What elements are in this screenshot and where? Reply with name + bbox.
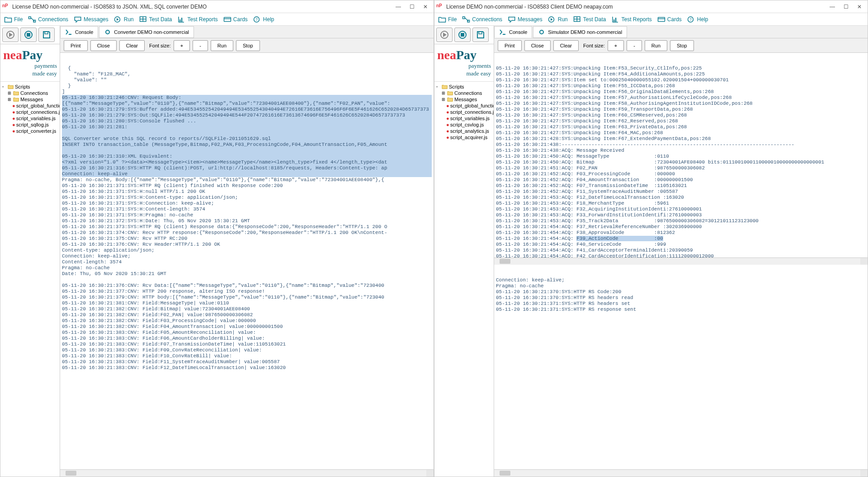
- svg-point-39: [540, 30, 543, 34]
- gear-icon: [538, 29, 545, 35]
- app-icon: nP: [436, 3, 443, 10]
- font-plus-button[interactable]: +: [174, 40, 190, 51]
- svg-rect-30: [615, 18, 616, 22]
- svg-rect-17: [27, 33, 30, 37]
- close-console-button[interactable]: Close: [90, 40, 117, 51]
- tree-file[interactable]: ●script_acquirer.js: [436, 134, 492, 140]
- menu-cards[interactable]: Cards: [223, 16, 248, 23]
- run-button[interactable]: Run: [645, 40, 667, 51]
- menu-testreports[interactable]: Test Reports: [177, 16, 217, 23]
- font-minus-button[interactable]: -: [627, 40, 642, 51]
- play-button[interactable]: [2, 28, 19, 42]
- menu-messages[interactable]: Messages: [74, 16, 108, 23]
- tree-folder[interactable]: ⊞Connections: [2, 90, 58, 96]
- tabbar-left: Console Converter DEMO non-commercial: [60, 26, 434, 38]
- stop-button[interactable]: [454, 28, 471, 42]
- console-icon: [65, 29, 72, 35]
- tree-file[interactable]: ●script_converter.js: [2, 128, 58, 134]
- logo: neaPay payments made easy: [0, 44, 60, 82]
- scrollbar[interactable]: [494, 257, 868, 265]
- tree-folder[interactable]: ⊞Messages: [2, 96, 58, 103]
- tree-root[interactable]: ▫Scripts: [2, 84, 58, 90]
- tree-left[interactable]: ▫Scripts ⊞Connections ⊞Messages ●script_…: [0, 82, 60, 477]
- maximize-button[interactable]: ☐: [409, 4, 415, 9]
- menu-help[interactable]: ?Help: [687, 16, 708, 23]
- right-window: nP License DEMO non-commercial - ISO8583…: [434, 0, 868, 477]
- chart-icon: [177, 16, 185, 23]
- font-plus-button[interactable]: +: [608, 40, 624, 51]
- chart-icon: [611, 16, 619, 23]
- scrollbar[interactable]: [60, 469, 434, 477]
- clear-button[interactable]: Clear: [119, 40, 145, 51]
- print-button[interactable]: Print: [64, 40, 88, 51]
- tree-file[interactable]: ●script_connections.js: [436, 109, 492, 115]
- close-console-button[interactable]: Close: [524, 40, 551, 51]
- stop-cons-button[interactable]: Stop: [670, 40, 694, 51]
- folder-icon: [8, 84, 14, 89]
- close-button[interactable]: ✕: [857, 4, 862, 9]
- svg-rect-37: [461, 33, 464, 37]
- connections-icon: [462, 16, 470, 23]
- tree-file[interactable]: ●script_sqllog.js: [2, 122, 58, 128]
- menu-file[interactable]: File: [438, 16, 457, 23]
- print-button[interactable]: Print: [498, 40, 522, 51]
- menu-run[interactable]: Run: [114, 16, 134, 23]
- console-right-top[interactable]: 05-11-20 16:30:21:427:SYS:Unpacking Item…: [494, 53, 868, 257]
- menu-file[interactable]: File: [4, 16, 23, 23]
- svg-rect-11: [224, 17, 231, 21]
- tab-console[interactable]: Console: [494, 26, 532, 38]
- card-icon: [657, 16, 665, 23]
- tree-file[interactable]: ●script_variables.js: [436, 115, 492, 122]
- tree-root[interactable]: ▫Scripts: [436, 84, 492, 90]
- menu-cards[interactable]: Cards: [657, 16, 682, 23]
- tree-file[interactable]: ●script_variables.js: [2, 115, 58, 122]
- help-icon: ?: [687, 16, 695, 23]
- window-title: License DEMO non-commercial - ISO8583 to…: [12, 4, 396, 10]
- minimize-button[interactable]: —: [830, 4, 835, 9]
- svg-rect-20: [463, 17, 465, 19]
- svg-text:?: ?: [689, 18, 692, 22]
- card-icon: [223, 16, 231, 23]
- tree-file[interactable]: ●script_global_functions.js: [436, 103, 492, 109]
- scrollbar[interactable]: [494, 469, 868, 477]
- help-icon: ?: [253, 16, 261, 23]
- menu-messages[interactable]: Messages: [508, 16, 542, 23]
- svg-line-2: [31, 18, 34, 21]
- stop-cons-button[interactable]: Stop: [236, 40, 260, 51]
- tab-converter[interactable]: Converter DEMO non-commercial: [99, 26, 194, 38]
- menu-testreports[interactable]: Test Reports: [611, 16, 651, 23]
- minimize-button[interactable]: —: [396, 4, 401, 9]
- tab-console[interactable]: Console: [60, 26, 98, 38]
- maximize-button[interactable]: ☐: [843, 4, 849, 9]
- menubar: File Connections Messages Run Test Data …: [434, 13, 868, 26]
- tree-file[interactable]: ●script_csvlog.js: [436, 122, 492, 128]
- tree-file[interactable]: ●script_global_functions.js: [2, 103, 58, 109]
- console-left[interactable]: { "name": "F128_MAC", "value": "" }]05-1…: [60, 53, 434, 469]
- menu-connections[interactable]: Connections: [28, 16, 68, 23]
- fontsize-label: Font size:: [149, 43, 171, 48]
- folder-icon: [4, 16, 12, 23]
- menu-help[interactable]: ?Help: [253, 16, 274, 23]
- run-button[interactable]: Run: [211, 40, 233, 51]
- menu-testdata[interactable]: Test Data: [573, 16, 606, 23]
- menu-testdata[interactable]: Test Data: [139, 16, 172, 23]
- play-button[interactable]: [436, 28, 453, 42]
- menu-connections[interactable]: Connections: [462, 16, 502, 23]
- tree-folder[interactable]: ⊞Messages: [436, 96, 492, 103]
- menu-run[interactable]: Run: [548, 16, 568, 23]
- fontsize-label: Font size:: [583, 43, 605, 48]
- tree-file[interactable]: ●script_analytics.js: [436, 128, 492, 134]
- clear-button[interactable]: Clear: [553, 40, 579, 51]
- svg-rect-10: [181, 18, 182, 22]
- save-button[interactable]: [38, 28, 55, 42]
- close-button[interactable]: ✕: [423, 4, 428, 9]
- connections-icon: [28, 16, 36, 23]
- font-minus-button[interactable]: -: [193, 40, 208, 51]
- tree-folder[interactable]: ⊞Connections: [436, 90, 492, 96]
- tab-simulator[interactable]: Simulator DEMO non-commercial: [533, 26, 627, 38]
- tree-file[interactable]: ●script_connections.js: [2, 109, 58, 115]
- save-button[interactable]: [472, 28, 489, 42]
- stop-button[interactable]: [20, 28, 37, 42]
- console-right-bottom[interactable]: Connection: keep-alive;Pragma: no-cache0…: [494, 265, 868, 469]
- tree-right[interactable]: ▫Scripts ⊞Connections ⊞Messages ●script_…: [434, 82, 494, 477]
